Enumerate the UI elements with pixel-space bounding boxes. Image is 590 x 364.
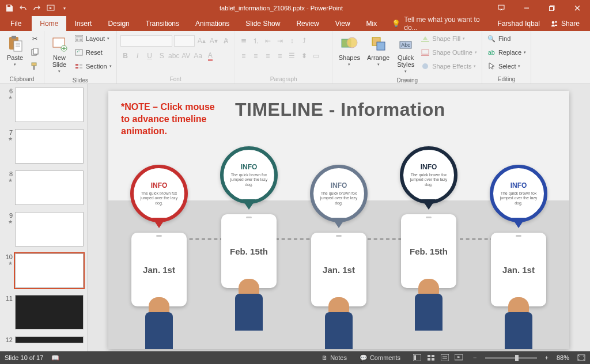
save-icon[interactable]	[5, 3, 14, 13]
close-icon[interactable]	[565, 0, 590, 16]
group-label-editing: Editing	[486, 75, 527, 84]
thumb-11[interactable]: 11	[0, 294, 87, 335]
user-name[interactable]: Farshad Iqbal	[498, 20, 540, 28]
increase-font-icon[interactable]: A▴	[196, 36, 207, 46]
notes-button[interactable]: 🗎Notes	[319, 354, 349, 361]
thumb-6[interactable]: 6★	[0, 86, 87, 128]
arrange-button[interactable]: Arrange▾	[365, 32, 392, 69]
spellcheck-icon[interactable]: 📖	[51, 354, 59, 362]
align-right-icon[interactable]: ≡	[263, 51, 273, 61]
text-direction-icon[interactable]: ⤴	[299, 36, 309, 46]
bullets-icon[interactable]: ≣	[239, 36, 249, 46]
shapes-button[interactable]: Shapes▾	[336, 32, 362, 69]
zoom-out-icon[interactable]: −	[473, 354, 476, 361]
sorter-view-icon[interactable]	[425, 352, 437, 363]
slide[interactable]: *NOTE – Click mouse to advance timeline …	[108, 91, 569, 349]
align-left-icon[interactable]: ≡	[239, 51, 249, 61]
fit-to-window-icon[interactable]	[577, 354, 585, 361]
line-spacing-icon[interactable]: ↕	[287, 36, 297, 46]
timeline-item-4: INFOThe quick brown fox jumped over the …	[385, 146, 472, 349]
tab-review[interactable]: Review	[288, 16, 327, 31]
tab-slideshow[interactable]: Slide Show	[237, 16, 288, 31]
qat-customize-icon[interactable]: ▾	[60, 3, 69, 13]
cut-button[interactable]: ✂	[29, 32, 40, 45]
thumb-8[interactable]: 8★	[0, 169, 87, 211]
slide-counter[interactable]: Slide 10 of 17	[5, 354, 43, 361]
smartart-icon[interactable]: ▭	[311, 51, 322, 61]
paste-button[interactable]: Paste ▾	[3, 32, 27, 69]
zoom-in-icon[interactable]: +	[545, 354, 549, 361]
thumb-7[interactable]: 7★	[0, 128, 87, 169]
layout-button[interactable]: Layout ▾	[73, 32, 113, 45]
ribbon-options-icon[interactable]	[489, 0, 514, 16]
restore-icon[interactable]	[539, 0, 565, 16]
arrange-icon	[369, 35, 388, 53]
quick-styles-button[interactable]: Abc Quick Styles▾	[394, 32, 417, 76]
clear-formatting-icon[interactable]: A̷	[221, 36, 231, 46]
align-text-icon[interactable]: ⬍	[299, 51, 309, 61]
comments-button[interactable]: 💬Comments	[357, 354, 403, 362]
format-painter-button[interactable]	[29, 60, 40, 73]
tab-home[interactable]: Home	[32, 16, 66, 31]
tab-transitions[interactable]: Transitions	[138, 16, 187, 31]
svg-rect-11	[14, 41, 22, 51]
chevron-down-icon: ▾	[58, 69, 60, 74]
decrease-font-icon[interactable]: A▾	[209, 36, 219, 46]
numbering-icon[interactable]: ⒈	[251, 36, 261, 46]
arm	[322, 303, 356, 349]
tab-file[interactable]: File	[0, 16, 32, 31]
font-size-combo[interactable]	[174, 35, 195, 47]
align-center-icon[interactable]: ≡	[251, 51, 261, 61]
zoom-level[interactable]: 88%	[557, 354, 569, 361]
tell-me-search[interactable]: 💡 Tell me what you want to do...	[385, 16, 491, 31]
start-from-beginning-icon[interactable]	[46, 3, 55, 13]
slideshow-view-icon[interactable]	[452, 352, 465, 363]
reading-view-icon[interactable]	[438, 352, 451, 363]
section-button[interactable]: Section ▾	[73, 60, 113, 73]
shape-effects-label: Shape Effects	[432, 63, 471, 70]
tab-design[interactable]: Design	[100, 16, 137, 31]
increase-indent-icon[interactable]: ⇥	[275, 36, 285, 46]
strikethrough-icon[interactable]: S	[157, 51, 167, 61]
minimize-icon[interactable]	[514, 0, 539, 16]
char-spacing-icon[interactable]: AV	[181, 51, 191, 61]
thumb-12[interactable]: 12	[0, 335, 87, 349]
copy-button[interactable]	[29, 46, 40, 59]
new-slide-button[interactable]: New Slide ▾	[48, 32, 71, 76]
zoom-slider[interactable]	[485, 357, 537, 359]
font-color-icon[interactable]: A	[205, 51, 215, 61]
italic-icon[interactable]: I	[133, 51, 143, 61]
tab-animations[interactable]: Animations	[187, 16, 237, 31]
shape-effects-button[interactable]: Shape Effects ▾	[419, 60, 478, 73]
find-button[interactable]: 🔍Find	[486, 32, 527, 45]
underline-icon[interactable]: U	[145, 51, 155, 61]
tab-mix[interactable]: Mix	[358, 16, 385, 31]
tab-view[interactable]: View	[327, 16, 358, 31]
bold-icon[interactable]: B	[120, 51, 131, 61]
change-case-icon[interactable]: Aa	[193, 51, 203, 61]
normal-view-icon[interactable]	[411, 352, 423, 363]
timeline-items: INFOThe quick brown fox jumped over the …	[108, 165, 569, 349]
svg-rect-4	[550, 7, 554, 11]
undo-icon[interactable]	[18, 3, 28, 13]
shape-effects-icon	[421, 62, 430, 71]
thumb-9[interactable]: 9★	[0, 211, 87, 252]
tablet: Jan. 1st	[491, 233, 546, 306]
share-button[interactable]: Share	[546, 16, 584, 31]
tab-insert[interactable]: Insert	[66, 16, 100, 31]
slide-thumbnail-panel[interactable]: 6★ 7★ 8★ 9★ 10★ 11 12	[0, 84, 88, 351]
redo-icon[interactable]	[32, 3, 41, 13]
shape-outline-button[interactable]: Shape Outline ▾	[419, 46, 478, 59]
shape-fill-button[interactable]: Shape Fill ▾	[419, 32, 478, 45]
slide-canvas-area[interactable]: *NOTE – Click mouse to advance timeline …	[88, 84, 590, 351]
replace-button[interactable]: abReplace ▾	[486, 46, 527, 59]
thumb-10[interactable]: 10★	[0, 252, 87, 294]
decrease-indent-icon[interactable]: ⇤	[263, 36, 273, 46]
shadow-icon[interactable]: abc	[169, 51, 179, 61]
select-button[interactable]: Select ▾	[486, 60, 527, 73]
font-family-combo[interactable]	[120, 35, 172, 47]
reset-button[interactable]: Reset	[73, 46, 113, 59]
tablet: Feb. 15th	[221, 214, 277, 288]
columns-icon[interactable]: ☰	[287, 51, 297, 61]
justify-icon[interactable]: ≡	[275, 51, 285, 61]
